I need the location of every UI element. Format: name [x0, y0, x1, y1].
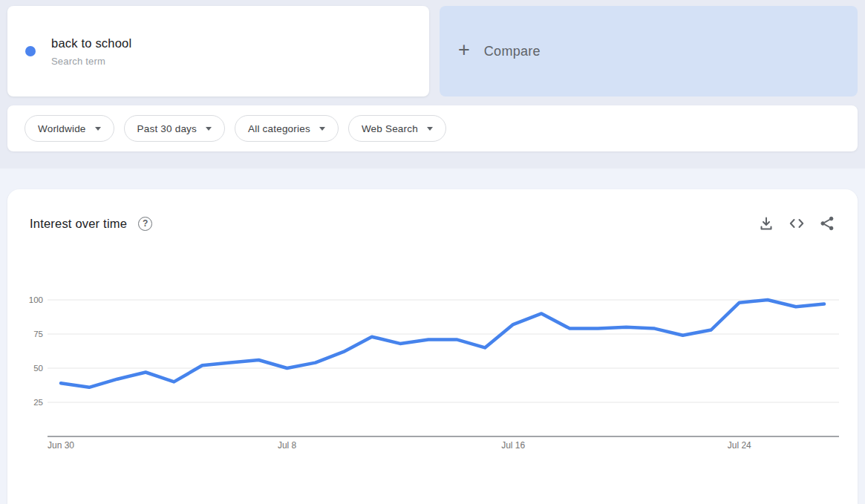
- chevron-down-icon: [206, 127, 212, 131]
- y-tick-label: 50: [33, 364, 43, 373]
- chevron-down-icon: [95, 127, 101, 131]
- y-tick-label: 75: [33, 330, 43, 338]
- filter-region-dropdown[interactable]: Worldwide: [25, 115, 114, 142]
- filter-timerange-dropdown[interactable]: Past 30 days: [124, 115, 225, 142]
- x-tick-label: Jul 24: [728, 440, 751, 451]
- chevron-down-icon: [319, 127, 325, 131]
- compare-label: Compare: [484, 44, 541, 59]
- search-term-subtitle: Search term: [51, 56, 131, 67]
- filter-label: Worldwide: [38, 123, 86, 134]
- y-tick-label: 100: [29, 295, 43, 304]
- x-tick-label: Jun 30: [48, 440, 74, 451]
- filter-category-dropdown[interactable]: All categories: [235, 115, 339, 142]
- trend-line: [61, 300, 824, 387]
- series-color-dot: [25, 46, 36, 56]
- plus-icon: +: [458, 40, 470, 60]
- filter-searchtype-dropdown[interactable]: Web Search: [348, 115, 446, 142]
- search-term-title: back to school: [51, 36, 131, 50]
- interest-over-time-card: Interest over time ?: [7, 189, 858, 504]
- interest-chart[interactable]: 255075100Jun 30Jul 8Jul 16Jul 24: [7, 189, 858, 504]
- filter-label: Past 30 days: [137, 123, 197, 134]
- x-tick-label: Jul 8: [278, 440, 297, 451]
- chevron-down-icon: [427, 127, 433, 131]
- filter-label: All categories: [248, 123, 310, 134]
- search-term-card[interactable]: back to school Search term: [7, 6, 429, 96]
- y-tick-label: 25: [33, 398, 43, 407]
- term-text-block: back to school Search term: [51, 36, 131, 67]
- x-tick-label: Jul 16: [501, 440, 525, 451]
- filter-label: Web Search: [362, 123, 418, 134]
- compare-add-button[interactable]: + Compare: [440, 6, 858, 96]
- filter-bar: Worldwide Past 30 days All categories We…: [7, 105, 858, 151]
